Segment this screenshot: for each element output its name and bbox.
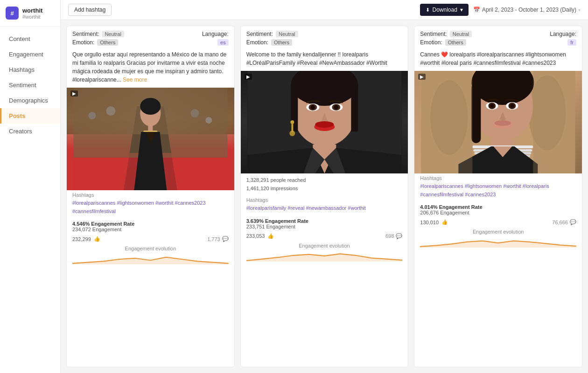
comment-icon-2: 💬 <box>396 233 402 239</box>
svg-rect-19 <box>351 85 358 131</box>
post-2-engagement: 3.639% Engagement Rate 233,751 Engagemen… <box>241 215 408 231</box>
svg-point-4 <box>190 109 199 117</box>
post-1-image-indicator: ▶ <box>70 90 78 97</box>
language-label-3: Language: <box>550 31 576 37</box>
post-1-text: Que orgullo estar aquí representando a M… <box>67 48 234 88</box>
sidebar-item-engagement[interactable]: Engagement <box>0 47 60 62</box>
post-1-hashtags-label: Hashtags <box>72 192 229 198</box>
post-2-engagement-rate: 3.639% Engagement Rate <box>246 218 403 224</box>
svg-point-7 <box>140 98 161 115</box>
sidebar-item-sentiment[interactable]: Sentiment <box>0 77 60 93</box>
post-3-engagement: 4.014% Engagement Rate 206,676 Engagemen… <box>414 201 582 217</box>
comment-icon-1: 💬 <box>222 236 229 242</box>
svg-point-46 <box>490 104 494 108</box>
post-3-sentiment-row: Sentiment: Neutral <box>420 31 548 37</box>
post-2-reached: 1,328,291 people reached <box>246 176 403 185</box>
sidebar: # worthit #worthit Content Engagement Ha… <box>0 0 61 373</box>
sidebar-item-demographics[interactable]: Demographics <box>0 93 60 108</box>
post-3-engagement-rate: 4.014% Engagement Rate <box>420 204 576 210</box>
post-3-emotion-row: Emotion: Others <box>420 39 548 46</box>
sentiment-label-1: Sentiment: <box>72 31 99 37</box>
download-chevron-icon[interactable]: ▾ <box>460 7 463 13</box>
emotion-label-1: Emotion: <box>72 39 94 46</box>
post-2-chart-label: Engagement evolution <box>246 243 403 249</box>
emotion-badge-1: Others <box>97 39 118 46</box>
post-1-meta-right: Language: es <box>202 31 229 46</box>
svg-point-3 <box>106 106 115 116</box>
post-3-hashtags-label: Hashtags <box>420 175 576 181</box>
svg-marker-12 <box>134 172 167 190</box>
download-button[interactable]: ⬇ Download ▾ <box>420 4 469 16</box>
sentiment-badge-3: Neutral <box>450 31 472 37</box>
post-1-emotion-row: Emotion: Others <box>72 39 200 46</box>
sentiment-badge-2: Neutral <box>276 31 298 37</box>
post-3-engagement-total: 206,676 Engagement <box>420 210 576 215</box>
post-1-footer: 232,299 👍 1,773 💬 <box>67 234 234 246</box>
post-3-image: ▶ <box>414 71 582 173</box>
logo-icon: # <box>6 7 19 20</box>
emotion-badge-3: Others <box>445 39 466 46</box>
post-3-footer: 130,010 👍 76,666 💬 <box>414 217 582 229</box>
svg-point-27 <box>315 121 334 128</box>
post-3-hashtags: Hashtags #lorealpariscannes #lightsonwom… <box>414 173 582 201</box>
svg-point-22 <box>310 105 315 110</box>
post-3-meta-left: Sentiment: Neutral Emotion: Others <box>420 31 548 46</box>
post-2-footer: 233,053 👍 698 💬 <box>241 231 408 243</box>
date-dropdown-icon[interactable]: ▾ <box>578 7 581 13</box>
post-3-chart-label: Engagement evolution <box>420 229 576 235</box>
post-2-likes: 233,053 <box>246 233 265 239</box>
post-2-comments: 698 <box>385 233 394 239</box>
svg-point-51 <box>495 120 511 126</box>
emotion-label-2: Emotion: <box>246 39 268 46</box>
svg-rect-62 <box>533 71 575 173</box>
post-3-comments: 76,666 <box>552 220 568 225</box>
download-icon: ⬇ <box>426 7 430 13</box>
post-1-meta-top: Sentiment: Neutral Emotion: Others Langu… <box>67 26 234 48</box>
sidebar-item-creators[interactable]: Creators <box>0 124 60 139</box>
post-1-footer-right: 1,773 💬 <box>207 236 229 242</box>
post-1-likes: 232,299 <box>72 236 91 242</box>
svg-rect-61 <box>421 71 473 173</box>
sidebar-nav: Content Engagement Hashtags Sentiment De… <box>0 27 60 144</box>
svg-point-49 <box>511 104 514 108</box>
sentiment-label-2: Sentiment: <box>246 31 273 37</box>
logo-area: # worthit #worthit <box>0 0 60 27</box>
svg-marker-36 <box>246 254 403 262</box>
post-1-see-more[interactable]: See more <box>123 76 147 83</box>
post-card-2: Sentiment: Neutral Emotion: Others Welco… <box>240 26 409 367</box>
post-2-hashtags: Hashtags #lorealparisfamily #reveal #new… <box>241 195 408 215</box>
post-1-meta-left: Sentiment: Neutral Emotion: Others <box>72 31 200 46</box>
sidebar-item-hashtags[interactable]: Hashtags <box>0 62 60 77</box>
post-1-engagement-total: 234,072 Engagement <box>72 227 229 232</box>
post-3-hashtags-text: #lorealpariscannes #lightsonwomen #worth… <box>420 182 576 199</box>
post-2-sentiment-row: Sentiment: Neutral <box>246 31 403 37</box>
post-3-meta-right: Language: fr <box>550 31 576 46</box>
main-content: Add hashtag ⬇ Download ▾ 📅 April 2, 2023… <box>61 0 588 373</box>
post-2-footer-right: 698 💬 <box>385 233 402 239</box>
post-2-meta-top: Sentiment: Neutral Emotion: Others <box>241 26 408 48</box>
svg-point-28 <box>290 120 294 124</box>
post-card-3: Sentiment: Neutral Emotion: Others Langu… <box>414 26 582 367</box>
topbar: Add hashtag ⬇ Download ▾ 📅 April 2, 2023… <box>61 0 588 20</box>
post-2-impressions: 1,461,120 impressions <box>246 185 403 193</box>
post-3-chart: Engagement evolution <box>414 229 582 248</box>
language-badge-3: fr <box>567 39 576 46</box>
posts-grid: Sentiment: Neutral Emotion: Others Langu… <box>61 20 588 373</box>
language-badge-1: es <box>217 39 229 46</box>
post-2-emotion-row: Emotion: Others <box>246 39 403 46</box>
post-3-meta-top: Sentiment: Neutral Emotion: Others Langu… <box>414 26 582 48</box>
post-1-hashtags: Hashtags #lorealpariscannes #lightsonwom… <box>67 190 234 218</box>
like-icon-3: 👍 <box>441 219 448 225</box>
post-1-footer-left: 232,299 👍 <box>72 236 100 242</box>
add-hashtag-button[interactable]: Add hashtag <box>68 4 112 16</box>
post-3-footer-right: 76,666 💬 <box>552 219 576 225</box>
post-card-1: Sentiment: Neutral Emotion: Others Langu… <box>66 26 235 367</box>
sentiment-badge-1: Neutral <box>102 31 124 37</box>
post-2-footer-left: 233,053 👍 <box>246 233 274 239</box>
sidebar-item-content[interactable]: Content <box>0 31 60 47</box>
emotion-label-3: Emotion: <box>420 39 442 46</box>
post-1-engagement-rate: 4.546% Engagement Rate <box>72 221 229 227</box>
post-1-sentiment-row: Sentiment: Neutral <box>72 31 200 37</box>
post-2-text: Welcome to the family kendalljenner !! l… <box>241 48 408 71</box>
sidebar-item-posts[interactable]: Posts <box>0 108 60 124</box>
